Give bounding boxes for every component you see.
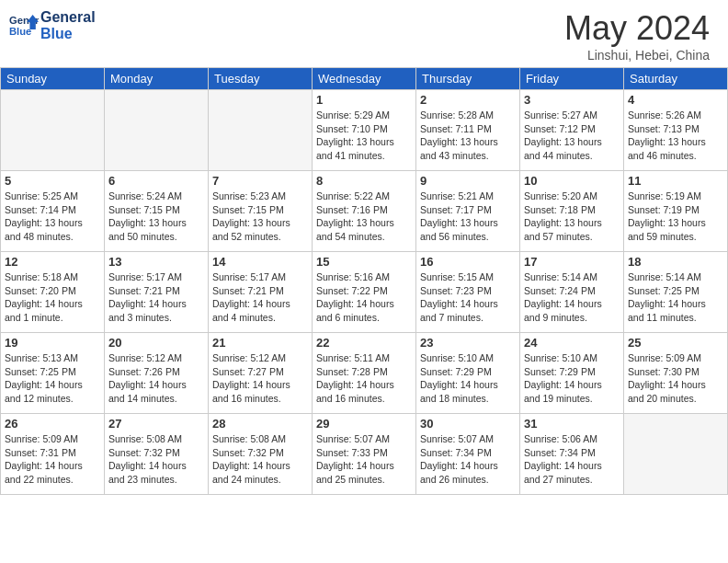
day-number: 31 — [524, 417, 620, 431]
day-info: Sunrise: 5:29 AM Sunset: 7:10 PM Dayligh… — [316, 109, 412, 163]
calendar-day-cell: 12Sunrise: 5:18 AM Sunset: 7:20 PM Dayli… — [1, 252, 105, 333]
day-number: 6 — [108, 174, 204, 188]
day-info: Sunrise: 5:14 AM Sunset: 7:24 PM Dayligh… — [524, 270, 620, 325]
calendar-day-cell — [105, 90, 209, 171]
day-info: Sunrise: 5:14 AM Sunset: 7:25 PM Dayligh… — [628, 270, 723, 325]
logo: General Blue General Blue — [9, 9, 96, 41]
day-info: Sunrise: 5:08 AM Sunset: 7:32 PM Dayligh… — [212, 432, 308, 487]
day-info: Sunrise: 5:07 AM Sunset: 7:33 PM Dayligh… — [316, 432, 412, 487]
calendar-day-cell: 27Sunrise: 5:08 AM Sunset: 7:32 PM Dayli… — [105, 414, 209, 495]
header: General Blue General Blue May 2024 Linsh… — [0, 0, 728, 67]
day-info: Sunrise: 5:11 AM Sunset: 7:28 PM Dayligh… — [316, 351, 412, 406]
weekday-header-monday: Monday — [105, 68, 209, 90]
day-info: Sunrise: 5:21 AM Sunset: 7:17 PM Dayligh… — [420, 190, 516, 244]
day-number: 18 — [628, 255, 723, 269]
day-number: 23 — [420, 336, 516, 350]
calendar-day-cell: 22Sunrise: 5:11 AM Sunset: 7:28 PM Dayli… — [313, 333, 416, 414]
day-info: Sunrise: 5:15 AM Sunset: 7:23 PM Dayligh… — [420, 270, 516, 325]
day-number: 16 — [420, 255, 516, 269]
day-info: Sunrise: 5:08 AM Sunset: 7:32 PM Dayligh… — [108, 432, 204, 487]
day-info: Sunrise: 5:17 AM Sunset: 7:21 PM Dayligh… — [212, 270, 308, 325]
calendar-day-cell: 8Sunrise: 5:22 AM Sunset: 7:16 PM Daylig… — [313, 171, 416, 252]
day-number: 10 — [524, 174, 620, 188]
month-year-title: May 2024 — [564, 9, 710, 48]
calendar-day-cell: 6Sunrise: 5:24 AM Sunset: 7:15 PM Daylig… — [105, 171, 209, 252]
calendar-day-cell: 3Sunrise: 5:27 AM Sunset: 7:12 PM Daylig… — [520, 90, 624, 171]
location-label: Linshui, Hebei, China — [564, 48, 710, 63]
calendar-week-row: 26Sunrise: 5:09 AM Sunset: 7:31 PM Dayli… — [1, 414, 728, 495]
day-info: Sunrise: 5:26 AM Sunset: 7:13 PM Dayligh… — [628, 109, 723, 163]
weekday-header-wednesday: Wednesday — [313, 68, 416, 90]
day-number: 27 — [108, 417, 204, 431]
day-info: Sunrise: 5:13 AM Sunset: 7:25 PM Dayligh… — [5, 351, 100, 406]
day-info: Sunrise: 5:24 AM Sunset: 7:15 PM Dayligh… — [108, 190, 204, 244]
logo-text-blue: Blue — [40, 26, 96, 42]
day-info: Sunrise: 5:12 AM Sunset: 7:26 PM Dayligh… — [108, 351, 204, 406]
day-info: Sunrise: 5:28 AM Sunset: 7:11 PM Dayligh… — [420, 109, 516, 163]
day-number: 11 — [628, 174, 723, 188]
calendar-day-cell: 16Sunrise: 5:15 AM Sunset: 7:23 PM Dayli… — [416, 252, 520, 333]
day-number: 8 — [316, 174, 412, 188]
title-area: May 2024 Linshui, Hebei, China — [564, 9, 710, 63]
day-number: 3 — [524, 93, 620, 107]
day-info: Sunrise: 5:10 AM Sunset: 7:29 PM Dayligh… — [524, 351, 620, 406]
calendar-day-cell: 20Sunrise: 5:12 AM Sunset: 7:26 PM Dayli… — [105, 333, 209, 414]
day-info: Sunrise: 5:23 AM Sunset: 7:15 PM Dayligh… — [212, 190, 308, 244]
day-number: 12 — [5, 255, 100, 269]
day-number: 1 — [316, 93, 412, 107]
weekday-header-sunday: Sunday — [1, 68, 105, 90]
weekday-header-saturday: Saturday — [624, 68, 728, 90]
calendar-day-cell: 26Sunrise: 5:09 AM Sunset: 7:31 PM Dayli… — [1, 414, 105, 495]
day-number: 30 — [420, 417, 516, 431]
day-number: 26 — [5, 417, 100, 431]
day-number: 19 — [5, 336, 100, 350]
day-number: 28 — [212, 417, 308, 431]
logo-text-general: General — [40, 9, 96, 26]
day-info: Sunrise: 5:09 AM Sunset: 7:31 PM Dayligh… — [5, 432, 100, 487]
calendar-day-cell: 15Sunrise: 5:16 AM Sunset: 7:22 PM Dayli… — [313, 252, 416, 333]
calendar-day-cell: 10Sunrise: 5:20 AM Sunset: 7:18 PM Dayli… — [520, 171, 624, 252]
calendar-day-cell: 13Sunrise: 5:17 AM Sunset: 7:21 PM Dayli… — [105, 252, 209, 333]
calendar-day-cell: 14Sunrise: 5:17 AM Sunset: 7:21 PM Dayli… — [209, 252, 313, 333]
weekday-header-thursday: Thursday — [416, 68, 520, 90]
day-number: 17 — [524, 255, 620, 269]
weekday-header-tuesday: Tuesday — [209, 68, 313, 90]
day-info: Sunrise: 5:22 AM Sunset: 7:16 PM Dayligh… — [316, 190, 412, 244]
calendar-day-cell: 2Sunrise: 5:28 AM Sunset: 7:11 PM Daylig… — [416, 90, 520, 171]
calendar-week-row: 12Sunrise: 5:18 AM Sunset: 7:20 PM Dayli… — [1, 252, 728, 333]
svg-text:Blue: Blue — [9, 25, 31, 36]
day-info: Sunrise: 5:12 AM Sunset: 7:27 PM Dayligh… — [212, 351, 308, 406]
day-number: 7 — [212, 174, 308, 188]
calendar-week-row: 19Sunrise: 5:13 AM Sunset: 7:25 PM Dayli… — [1, 333, 728, 414]
calendar-day-cell — [1, 90, 105, 171]
calendar-day-cell: 23Sunrise: 5:10 AM Sunset: 7:29 PM Dayli… — [416, 333, 520, 414]
day-number: 20 — [108, 336, 204, 350]
logo-icon: General Blue — [9, 11, 39, 40]
calendar-day-cell: 31Sunrise: 5:06 AM Sunset: 7:34 PM Dayli… — [520, 414, 624, 495]
day-info: Sunrise: 5:17 AM Sunset: 7:21 PM Dayligh… — [108, 270, 204, 325]
day-number: 15 — [316, 255, 412, 269]
calendar-table: SundayMondayTuesdayWednesdayThursdayFrid… — [0, 67, 728, 495]
day-number: 13 — [108, 255, 204, 269]
calendar-day-cell — [624, 414, 728, 495]
day-number: 2 — [420, 93, 516, 107]
calendar-day-cell: 29Sunrise: 5:07 AM Sunset: 7:33 PM Dayli… — [313, 414, 416, 495]
day-number: 14 — [212, 255, 308, 269]
day-info: Sunrise: 5:10 AM Sunset: 7:29 PM Dayligh… — [420, 351, 516, 406]
calendar-day-cell: 5Sunrise: 5:25 AM Sunset: 7:14 PM Daylig… — [1, 171, 105, 252]
day-number: 25 — [628, 336, 723, 350]
calendar-day-cell: 25Sunrise: 5:09 AM Sunset: 7:30 PM Dayli… — [624, 333, 728, 414]
day-number: 24 — [524, 336, 620, 350]
calendar-day-cell: 11Sunrise: 5:19 AM Sunset: 7:19 PM Dayli… — [624, 171, 728, 252]
day-number: 5 — [5, 174, 100, 188]
calendar-day-cell: 1Sunrise: 5:29 AM Sunset: 7:10 PM Daylig… — [313, 90, 416, 171]
day-number: 21 — [212, 336, 308, 350]
day-info: Sunrise: 5:27 AM Sunset: 7:12 PM Dayligh… — [524, 109, 620, 163]
day-info: Sunrise: 5:25 AM Sunset: 7:14 PM Dayligh… — [5, 190, 100, 244]
calendar-day-cell: 28Sunrise: 5:08 AM Sunset: 7:32 PM Dayli… — [209, 414, 313, 495]
calendar-day-cell: 21Sunrise: 5:12 AM Sunset: 7:27 PM Dayli… — [209, 333, 313, 414]
calendar-day-cell: 4Sunrise: 5:26 AM Sunset: 7:13 PM Daylig… — [624, 90, 728, 171]
calendar-week-row: 1Sunrise: 5:29 AM Sunset: 7:10 PM Daylig… — [1, 90, 728, 171]
day-info: Sunrise: 5:20 AM Sunset: 7:18 PM Dayligh… — [524, 190, 620, 244]
day-info: Sunrise: 5:18 AM Sunset: 7:20 PM Dayligh… — [5, 270, 100, 325]
